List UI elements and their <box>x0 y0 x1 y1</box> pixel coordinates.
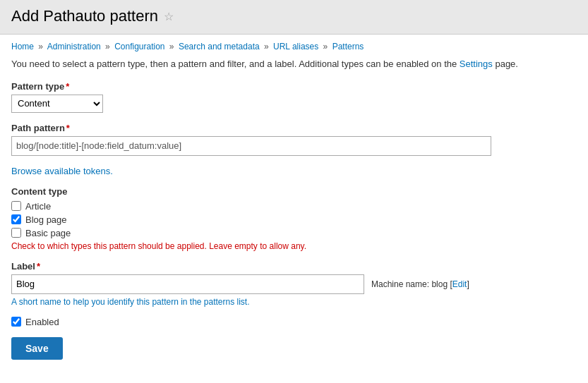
basic-page-label: Basic page <box>25 228 71 238</box>
path-pattern-required: * <box>66 123 70 133</box>
enabled-label: Enabled <box>25 317 59 327</box>
pattern-type-required: * <box>66 81 69 92</box>
breadcrumb-url-aliases[interactable]: URL aliases <box>273 42 318 51</box>
browse-tokens-link[interactable]: Browse available tokens. <box>11 166 113 176</box>
label-required: * <box>37 261 40 272</box>
pattern-type-label: Pattern type* <box>11 81 577 92</box>
intro-text: You need to select a pattern type, then … <box>11 57 577 71</box>
enabled-checkbox[interactable] <box>11 317 21 327</box>
page-title: Add Pathauto pattern ☆ <box>11 7 577 25</box>
blog-page-label: Blog page <box>25 214 67 225</box>
content-type-label: Content type <box>11 186 577 197</box>
breadcrumb-configuration[interactable]: Configuration <box>114 42 164 51</box>
content-type-hint: Check to which types this pattern should… <box>11 241 577 251</box>
content-type-section: Content type Article Blog page Basic pag… <box>11 186 577 251</box>
article-label: Article <box>25 201 51 212</box>
path-pattern-label: Path pattern* <box>11 123 577 133</box>
path-pattern-field: Path pattern* <box>11 123 577 156</box>
save-button[interactable]: Save <box>11 337 63 360</box>
pattern-type-field: Pattern type* Content Taxonomy term User <box>11 81 577 113</box>
breadcrumb: Home » Administration » Configuration » … <box>11 42 577 51</box>
label-hint: A short name to help you identify this p… <box>11 297 577 307</box>
blog-page-checkbox[interactable] <box>11 214 21 224</box>
article-checkbox[interactable] <box>11 201 21 211</box>
label-field: Label* Machine name: blog [Edit] A short… <box>11 261 577 307</box>
checkbox-blog-page: Blog page <box>11 214 577 225</box>
path-pattern-input[interactable] <box>11 136 491 156</box>
checkbox-basic-page: Basic page <box>11 228 577 238</box>
label-row: Machine name: blog [Edit] <box>11 274 577 294</box>
basic-page-checkbox[interactable] <box>11 228 21 238</box>
machine-name-edit-link[interactable]: Edit <box>452 279 467 289</box>
breadcrumb-patterns[interactable]: Patterns <box>332 42 364 51</box>
label-input[interactable] <box>11 274 364 294</box>
breadcrumb-administration[interactable]: Administration <box>47 42 101 51</box>
star-icon[interactable]: ☆ <box>164 10 174 23</box>
label-field-label: Label* <box>11 261 577 272</box>
machine-name: Machine name: blog [Edit] <box>371 279 469 289</box>
checkbox-article: Article <box>11 201 577 212</box>
settings-link[interactable]: Settings <box>460 59 493 69</box>
browse-tokens: Browse available tokens. <box>11 166 577 176</box>
breadcrumb-home[interactable]: Home <box>11 42 34 51</box>
enabled-row: Enabled <box>11 317 577 327</box>
breadcrumb-search-metadata[interactable]: Search and metadata <box>179 42 260 51</box>
pattern-type-select[interactable]: Content Taxonomy term User <box>11 95 103 113</box>
